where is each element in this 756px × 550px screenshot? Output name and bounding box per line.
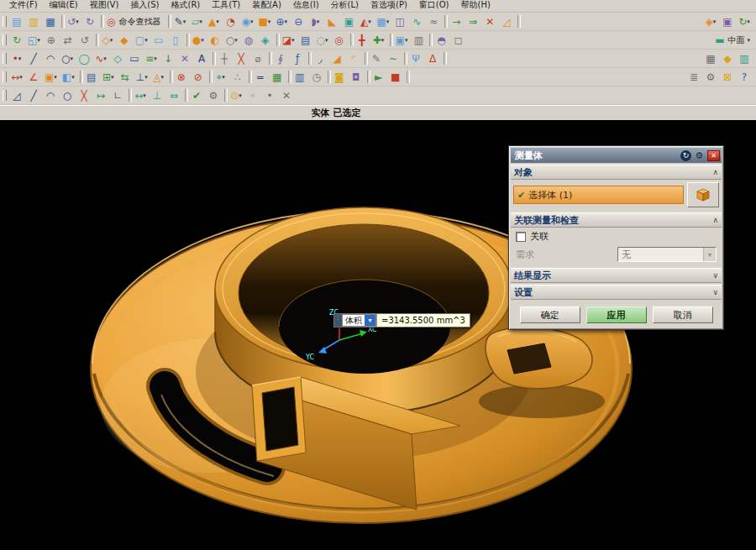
intersection-curve-button[interactable]: ✕ <box>176 50 193 67</box>
show-hide-button[interactable]: ◌▾ <box>314 32 331 49</box>
save-button[interactable]: ▦ <box>42 13 59 30</box>
project-curve-button[interactable]: ↓ <box>160 50 176 67</box>
datum-plane-button[interactable]: ▱▾ <box>188 13 205 30</box>
grid-display-button[interactable]: ▦ <box>702 50 719 67</box>
menu-item[interactable]: 编辑(E) <box>44 0 84 12</box>
wcs-orient-button[interactable]: ✚▾ <box>370 32 387 49</box>
top-view-button[interactable]: ▢▾ <box>133 32 150 49</box>
divide-curve-button[interactable]: ┼ <box>216 50 233 67</box>
requirement-dropdown[interactable]: 无 <box>617 247 717 262</box>
trim-curve-button[interactable]: ╳ <box>233 50 249 67</box>
spreadsheet-button[interactable]: ▦ <box>269 69 286 86</box>
history-mode-button[interactable]: ◷ <box>308 69 325 86</box>
thread-button[interactable]: ≈ <box>425 13 442 30</box>
chip-drag-handle[interactable] <box>334 314 342 327</box>
chevron-down-icon[interactable]: ▾ <box>239 92 242 99</box>
collapse-icon[interactable] <box>712 168 718 176</box>
fit-view-button[interactable]: ◱▾ <box>25 32 43 49</box>
chevron-down-icon[interactable]: ▾ <box>154 55 157 62</box>
chevron-down-icon[interactable]: ▾ <box>405 37 408 44</box>
open-button[interactable]: ▥ <box>25 13 42 30</box>
edit-curve-button[interactable]: ✎ <box>368 50 385 67</box>
collapse-icon[interactable] <box>712 216 718 224</box>
add-component-button[interactable]: ⊞▾ <box>100 69 117 86</box>
menu-item[interactable]: 插入(S) <box>124 0 165 12</box>
geometric-constraints-button[interactable]: ⊥ <box>149 87 165 104</box>
studio-render-button[interactable]: ◍ <box>240 32 257 49</box>
chevron-down-icon[interactable]: ▾ <box>110 37 113 44</box>
redo-button[interactable]: ↻ <box>81 13 98 30</box>
undo-button[interactable]: ↺▾ <box>65 13 81 30</box>
chevron-down-icon[interactable]: ▾ <box>199 18 202 25</box>
fillet-curve-button[interactable]: ◜ <box>345 50 362 67</box>
menu-item[interactable]: 信息(I) <box>287 0 325 12</box>
section-header-settings[interactable]: 设置 <box>511 285 722 300</box>
chevron-down-icon[interactable]: ▾ <box>222 74 225 81</box>
menu-item[interactable]: 工具(T) <box>206 0 246 12</box>
delete-face-button[interactable]: ✕ <box>481 13 498 30</box>
fullscreen-button[interactable]: ◻ <box>449 32 466 49</box>
chevron-down-icon[interactable]: ▾ <box>386 18 390 25</box>
hole-button[interactable]: ◉▾ <box>239 13 255 30</box>
chamfer-curve-button[interactable]: ◢ <box>328 50 345 67</box>
customize-button[interactable]: ⚙ <box>702 69 719 86</box>
menu-item[interactable]: 帮助(H) <box>455 0 496 12</box>
chevron-down-icon[interactable]: ▾ <box>19 74 23 81</box>
move-component-button[interactable]: ⇆ <box>117 69 134 86</box>
chevron-down-icon[interactable]: ▾ <box>285 18 288 25</box>
wcs-dynamics-button[interactable]: ╋ <box>354 32 370 49</box>
layer-settings-button[interactable]: ▤ <box>297 32 314 49</box>
chevron-down-icon[interactable] <box>703 248 716 261</box>
law-curve-button[interactable]: ƒ <box>289 50 306 67</box>
chevron-down-icon[interactable]: ▾ <box>713 18 717 25</box>
snap-settings-button[interactable]: ◆ <box>719 50 736 67</box>
explode-view-button[interactable]: ◬▾ <box>150 69 167 86</box>
helix-button[interactable]: ∮ <box>272 50 289 67</box>
help-button[interactable]: ? <box>736 69 753 86</box>
zoom-in-button[interactable]: ⊕ <box>43 32 60 49</box>
circle-button[interactable]: ○▾ <box>59 50 76 67</box>
dialog-titlebar[interactable]: 测量体 <box>511 148 722 163</box>
menu-item[interactable]: 装配(A) <box>246 0 287 12</box>
sketch-settings-button[interactable]: ⚙ <box>205 87 222 104</box>
text-curve-button[interactable]: A <box>193 50 210 67</box>
apply-button[interactable]: 应用 <box>586 306 647 323</box>
update-model-button[interactable]: ↻▾ <box>736 13 753 30</box>
move-face-button[interactable]: → <box>448 13 465 30</box>
measurement-type-dropdown[interactable]: 体积 <box>342 314 376 327</box>
refresh-button[interactable]: ↻ <box>8 32 25 49</box>
part-navigator-button[interactable]: ▥ <box>291 69 308 86</box>
chevron-down-icon[interactable] <box>365 315 375 326</box>
chevron-down-icon[interactable]: ▾ <box>54 74 57 81</box>
section-analysis-button[interactable]: ◧▾ <box>60 69 77 86</box>
smooth-spline-button[interactable]: ~ <box>385 50 402 67</box>
edge-blend-button[interactable]: ◗▾ <box>307 13 323 30</box>
chevron-down-icon[interactable]: ▾ <box>71 74 75 81</box>
curve-length-button[interactable]: ⌀ <box>249 50 266 67</box>
chevron-down-icon[interactable]: ▾ <box>183 18 186 25</box>
rapid-dimension-button[interactable]: ↔▾ <box>132 87 149 104</box>
chevron-down-icon[interactable]: ▾ <box>268 18 271 25</box>
expressions-button[interactable]: = <box>252 69 269 86</box>
chevron-down-icon[interactable]: ▾ <box>103 55 107 62</box>
immediate-hide-button[interactable]: ◎ <box>331 32 348 49</box>
snapshot-button[interactable]: ◓ <box>433 32 449 49</box>
front-view-button[interactable]: ▭ <box>150 32 167 49</box>
snap-point-button[interactable]: ⊙▾ <box>228 87 244 104</box>
mail-image-button[interactable]: ⊠ <box>719 69 736 86</box>
sketch-line-button[interactable]: ╱ <box>25 87 42 104</box>
line-button[interactable]: ╱ <box>25 50 42 67</box>
make-symmetric-button[interactable]: ⇔ <box>165 87 182 104</box>
interference-check-button[interactable]: ⊗ <box>173 69 190 86</box>
point-button[interactable]: •▾ <box>8 50 25 67</box>
chevron-down-icon[interactable]: ▾ <box>317 18 320 25</box>
edit-object-display-button[interactable]: ◙ <box>331 69 348 86</box>
chevron-down-icon[interactable]: ▾ <box>18 55 22 62</box>
menu-item[interactable]: 首选项(P) <box>365 0 413 12</box>
assembly-constraints-button[interactable]: ⊥▾ <box>134 69 150 86</box>
unite-button[interactable]: ⊕▾ <box>273 13 290 30</box>
subtract-button[interactable]: ⊖ <box>290 13 307 30</box>
offset-curve-button[interactable]: ≡▾ <box>143 50 160 67</box>
shaded-button[interactable]: ◐ <box>207 32 223 49</box>
roles-button[interactable]: ≣ <box>685 69 702 86</box>
